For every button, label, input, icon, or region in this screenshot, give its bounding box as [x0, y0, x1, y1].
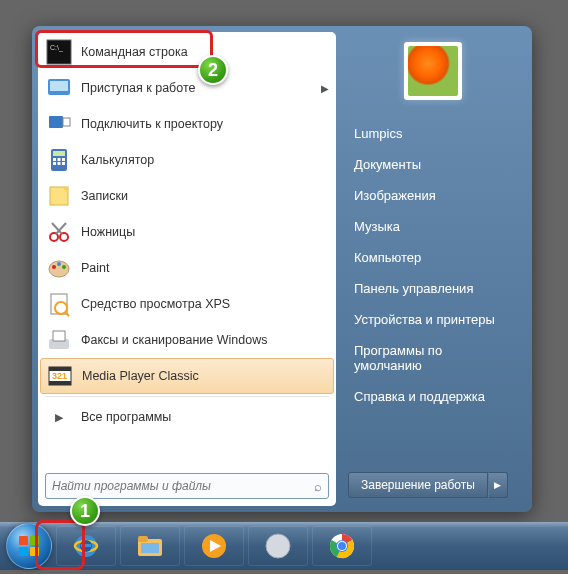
svg-rect-33 [30, 536, 39, 545]
svg-rect-12 [58, 162, 61, 165]
calculator-icon [45, 146, 73, 174]
sticky-notes-icon [45, 182, 73, 210]
svg-point-21 [57, 262, 61, 266]
search-box[interactable]: ⌕ [45, 473, 329, 499]
start-menu-right-panel: Lumpics Документы Изображения Музыка Ком… [336, 32, 526, 506]
svg-rect-41 [138, 536, 148, 542]
menu-item-label: Записки [81, 189, 128, 203]
start-menu-left-panel: C:\_ Командная строка Приступая к работе… [38, 32, 336, 506]
shutdown-options-arrow[interactable]: ▶ [488, 472, 508, 498]
svg-rect-10 [62, 158, 65, 161]
projector-icon [45, 110, 73, 138]
svg-rect-27 [53, 331, 65, 341]
menu-item-label: Paint [81, 261, 110, 275]
right-item-music[interactable]: Музыка [348, 211, 518, 242]
shutdown-group: Завершение работы ▶ [348, 472, 518, 498]
taskbar-ie[interactable] [56, 526, 116, 566]
paint-icon [45, 254, 73, 282]
annotation-badge-1: 1 [70, 496, 100, 526]
right-item-devices[interactable]: Устройства и принтеры [348, 304, 518, 335]
menu-item-paint[interactable]: Paint [40, 250, 334, 286]
svg-rect-39 [81, 544, 91, 547]
menu-item-label: Командная строка [81, 45, 188, 59]
search-icon: ⌕ [314, 479, 322, 494]
ie-icon [71, 531, 101, 561]
menu-item-label: Ножницы [81, 225, 135, 239]
svg-rect-42 [141, 543, 159, 553]
menu-item-label: Media Player Classic [82, 369, 199, 383]
svg-rect-13 [62, 162, 65, 165]
svg-text:321: 321 [52, 371, 67, 381]
mpc-icon: 321 [46, 362, 74, 390]
cmd-icon: C:\_ [45, 38, 73, 66]
menu-item-fax[interactable]: Факсы и сканирование Windows [40, 322, 334, 358]
svg-rect-3 [50, 81, 68, 91]
svg-rect-35 [30, 547, 39, 556]
svg-text:C:\_: C:\_ [50, 44, 63, 52]
svg-rect-5 [63, 118, 70, 126]
svg-rect-9 [58, 158, 61, 161]
menu-item-label: Подключить к проектору [81, 117, 223, 131]
windows-logo-icon [15, 532, 43, 560]
submenu-arrow-icon: ▶ [321, 83, 329, 94]
menu-item-snipping[interactable]: Ножницы [40, 214, 334, 250]
start-menu: C:\_ Командная строка Приступая к работе… [32, 26, 532, 512]
menu-item-sticky-notes[interactable]: Записки [40, 178, 334, 214]
xps-viewer-icon [45, 290, 73, 318]
taskbar-chrome[interactable] [312, 526, 372, 566]
taskbar-app[interactable] [248, 526, 308, 566]
svg-rect-8 [53, 158, 56, 161]
right-item-user[interactable]: Lumpics [348, 118, 518, 149]
right-item-pictures[interactable]: Изображения [348, 180, 518, 211]
right-item-computer[interactable]: Компьютер [348, 242, 518, 273]
chrome-icon [327, 531, 357, 561]
menu-item-cmd[interactable]: C:\_ Командная строка [40, 34, 334, 70]
start-button[interactable] [6, 523, 52, 569]
menu-item-projector[interactable]: Подключить к проектору [40, 106, 334, 142]
globe-icon [263, 531, 293, 561]
all-programs-label: Все программы [81, 410, 171, 424]
svg-rect-32 [19, 536, 28, 545]
all-programs[interactable]: ▶ Все программы [40, 399, 334, 435]
taskbar-wmp[interactable] [184, 526, 244, 566]
scissors-icon [45, 218, 73, 246]
menu-item-mpc[interactable]: 321 Media Player Classic [40, 358, 334, 394]
menu-item-label: Приступая к работе [81, 81, 195, 95]
svg-rect-11 [53, 162, 56, 165]
right-item-control-panel[interactable]: Панель управления [348, 273, 518, 304]
menu-item-label: Средство просмотра XPS [81, 297, 230, 311]
taskbar-explorer[interactable] [120, 526, 180, 566]
svg-point-22 [62, 265, 66, 269]
fax-scan-icon [45, 326, 73, 354]
right-item-documents[interactable]: Документы [348, 149, 518, 180]
menu-item-label: Калькулятор [81, 153, 154, 167]
svg-point-20 [52, 265, 56, 269]
svg-rect-4 [49, 116, 63, 128]
right-item-default-programs[interactable]: Программы по умолчанию [348, 335, 518, 381]
menu-item-getting-started[interactable]: Приступая к работе ▶ [40, 70, 334, 106]
folder-icon [135, 533, 165, 559]
svg-rect-7 [53, 151, 65, 156]
menu-item-label: Факсы и сканирование Windows [81, 333, 267, 347]
svg-point-50 [338, 542, 346, 550]
svg-rect-34 [19, 547, 28, 556]
all-programs-arrow-icon: ▶ [45, 403, 73, 431]
wmp-icon [199, 531, 229, 561]
svg-line-25 [65, 312, 69, 316]
annotation-badge-2: 2 [198, 55, 228, 85]
getting-started-icon [45, 74, 73, 102]
right-item-help[interactable]: Справка и поддержка [348, 381, 518, 412]
search-input[interactable] [52, 479, 314, 493]
svg-rect-30 [49, 381, 71, 385]
menu-item-xps[interactable]: Средство просмотра XPS [40, 286, 334, 322]
shutdown-button[interactable]: Завершение работы [348, 472, 488, 498]
taskbar [0, 522, 568, 570]
menu-item-calculator[interactable]: Калькулятор [40, 142, 334, 178]
separator [45, 396, 329, 397]
user-picture[interactable] [404, 42, 462, 100]
